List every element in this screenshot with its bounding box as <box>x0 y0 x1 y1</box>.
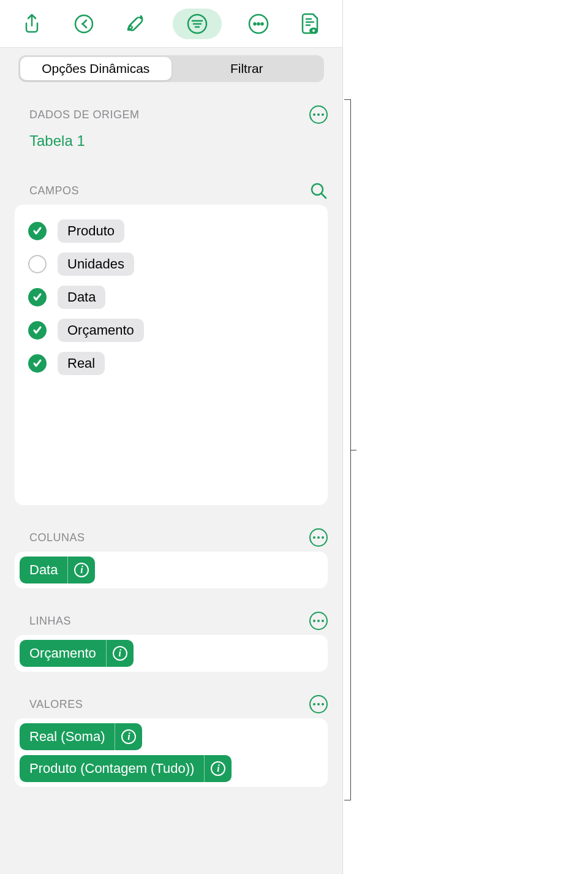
field-row[interactable]: Produto <box>28 215 314 248</box>
source-section-title: DADOS DE ORIGEM <box>15 108 140 121</box>
tab-bar: Opções Dinâmicas Filtrar <box>18 55 324 82</box>
document-button[interactable] <box>295 9 326 39</box>
field-checkbox[interactable] <box>28 255 47 273</box>
document-preview-icon <box>301 13 320 35</box>
values-zone[interactable]: Real (Soma) i Produto (Contagem (Tudo)) … <box>15 718 328 787</box>
pill-label: Real (Soma) <box>20 729 115 745</box>
filter-lines-icon <box>187 13 208 34</box>
toolbar <box>0 0 342 48</box>
field-row[interactable]: Unidades <box>28 248 314 281</box>
check-icon <box>32 292 42 302</box>
source-options-button[interactable] <box>309 105 328 124</box>
field-checkbox[interactable] <box>28 354 47 373</box>
values-section-title: VALORES <box>15 698 83 711</box>
value-pill[interactable]: Real (Soma) i <box>20 723 142 750</box>
info-icon: i <box>74 563 89 577</box>
svg-point-6 <box>254 23 255 25</box>
rows-options-button[interactable] <box>309 612 328 630</box>
tab-pivot-options[interactable]: Opções Dinâmicas <box>20 57 172 80</box>
columns-options-button[interactable] <box>309 528 328 547</box>
undo-button[interactable] <box>69 9 99 39</box>
source-table-link[interactable]: Tabela 1 <box>15 132 328 150</box>
check-icon <box>32 359 42 368</box>
check-icon <box>32 226 42 236</box>
pill-label: Data <box>20 562 67 578</box>
field-chip[interactable]: Real <box>58 352 105 375</box>
rows-zone[interactable]: Orçamento i <box>15 635 328 672</box>
pill-info-button[interactable]: i <box>205 761 232 776</box>
field-chip[interactable]: Unidades <box>58 253 134 276</box>
field-row[interactable]: Data <box>28 281 314 314</box>
svg-point-7 <box>257 23 259 25</box>
check-icon <box>32 325 42 335</box>
more-icon <box>248 13 269 34</box>
more-button[interactable] <box>243 9 274 39</box>
organize-button[interactable] <box>173 9 222 39</box>
column-pill[interactable]: Data i <box>20 557 95 583</box>
tab-filter[interactable]: Filtrar <box>172 57 323 80</box>
paint-icon <box>126 13 146 34</box>
share-icon <box>23 13 41 34</box>
search-icon <box>310 182 327 199</box>
info-icon: i <box>113 646 127 661</box>
share-button[interactable] <box>17 9 47 39</box>
field-row[interactable]: Orçamento <box>28 314 314 347</box>
pill-label: Orçamento <box>20 645 106 661</box>
field-row[interactable]: Real <box>28 347 314 380</box>
rows-section-title: LINHAS <box>15 615 71 628</box>
undo-icon <box>74 13 94 34</box>
values-options-button[interactable] <box>309 695 328 713</box>
svg-point-8 <box>261 23 263 25</box>
callout-bracket <box>350 99 351 800</box>
fields-section-title: CAMPOS <box>15 184 79 197</box>
columns-zone[interactable]: Data i <box>15 552 328 588</box>
field-checkbox[interactable] <box>28 222 47 240</box>
field-checkbox[interactable] <box>28 321 47 340</box>
info-icon: i <box>121 729 136 744</box>
svg-line-15 <box>322 194 326 198</box>
search-fields-button[interactable] <box>309 181 328 200</box>
field-chip[interactable]: Data <box>58 286 105 309</box>
info-icon: i <box>211 761 225 776</box>
row-pill[interactable]: Orçamento i <box>20 640 134 667</box>
pill-info-button[interactable]: i <box>68 563 95 577</box>
value-pill[interactable]: Produto (Contagem (Tudo)) i <box>20 755 232 782</box>
columns-section-title: COLUNAS <box>15 531 85 544</box>
pill-label: Produto (Contagem (Tudo)) <box>20 761 204 777</box>
fields-list: Produto Unidades Data Orçamento Real <box>15 205 328 505</box>
pill-info-button[interactable]: i <box>115 729 142 744</box>
field-checkbox[interactable] <box>28 288 47 306</box>
field-chip[interactable]: Produto <box>58 219 124 243</box>
format-button[interactable] <box>121 9 151 39</box>
svg-point-0 <box>75 15 92 32</box>
svg-point-13 <box>312 29 315 32</box>
field-chip[interactable]: Orçamento <box>58 319 144 342</box>
pill-info-button[interactable]: i <box>107 646 134 661</box>
